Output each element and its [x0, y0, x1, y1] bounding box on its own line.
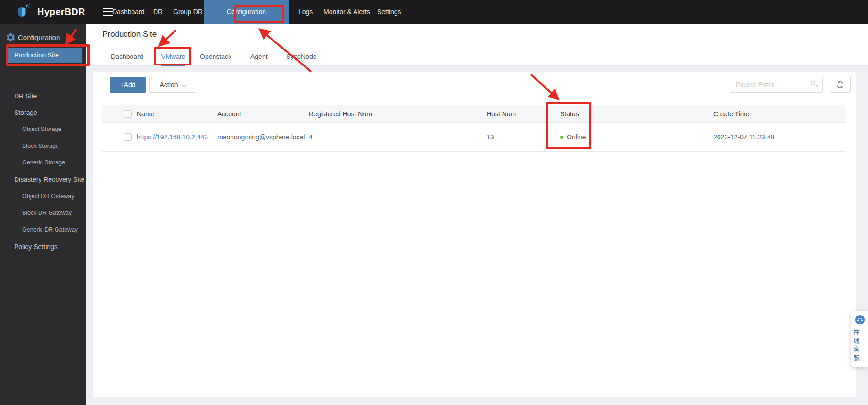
sidebar-item-production-site[interactable]: Production Site — [6, 48, 82, 63]
action-dropdown-button[interactable]: Action — [149, 77, 195, 93]
search-icon[interactable] — [810, 81, 818, 88]
customer-service-label: 在线客服 — [851, 329, 860, 363]
sidebar-item-dr-site[interactable]: DR Site — [14, 91, 37, 101]
sidebar-item-generic-dr-gateway[interactable]: Generic DR Gateway — [22, 225, 78, 235]
online-customer-service-widget[interactable]: 在线客服 — [851, 311, 868, 367]
tab-vmware[interactable]: VMware — [161, 49, 185, 66]
sidebar-item-disastery-recovery-site[interactable]: Disastery Recovery Site — [14, 175, 84, 184]
sidebar: Configuration Production Site DR Site St… — [0, 24, 86, 405]
top-navbar: HyperBDR Dashboard DR Group DR Configura… — [0, 0, 868, 24]
menu-toggle-icon[interactable] — [103, 8, 113, 16]
brand-name: HyperBDR — [37, 7, 85, 17]
row-account: maohongming@vsphere.local — [217, 123, 305, 152]
row-name-link[interactable]: https://192.168.10.2:443 — [137, 133, 208, 141]
nav-dr[interactable]: DR — [153, 0, 163, 24]
col-name: Name — [137, 105, 154, 123]
sidebar-item-policy-settings[interactable]: Policy Settings — [14, 242, 58, 251]
refresh-button[interactable] — [830, 77, 851, 93]
search-box — [730, 77, 823, 93]
sidebar-header: Configuration — [0, 32, 86, 43]
nav-configuration[interactable]: Configuration — [204, 0, 289, 24]
search-input[interactable] — [730, 77, 823, 93]
brand-logo[interactable]: HyperBDR — [16, 4, 85, 20]
select-all-checkbox[interactable] — [124, 110, 132, 118]
sidebar-item-block-dr-gateway[interactable]: Block DR Gateway — [22, 208, 72, 218]
tab-agent[interactable]: Agent — [250, 49, 268, 66]
tab-openstack[interactable]: Openstack — [200, 49, 231, 66]
tab-syncnode[interactable]: SyncNode — [286, 49, 317, 66]
sidebar-item-storage[interactable]: Storage — [14, 108, 37, 117]
content-card: +Add Action Name Account Registered Host… — [93, 72, 856, 397]
row-host-num: 13 — [487, 123, 494, 152]
status-badge: Online — [567, 133, 586, 141]
col-create-time: Create Time — [713, 105, 749, 123]
gear-icon — [6, 32, 16, 42]
nav-group-dr[interactable]: Group DR — [173, 0, 203, 24]
action-label: Action — [160, 81, 178, 89]
sidebar-title: Configuration — [18, 32, 60, 43]
col-account: Account — [217, 105, 241, 123]
nav-logs[interactable]: Logs — [298, 0, 313, 24]
online-status-dot — [560, 136, 563, 139]
sidebar-item-generic-storage[interactable]: Generic Storage — [22, 158, 65, 167]
table-header: Name Account Registered Host Num Host Nu… — [102, 105, 846, 123]
col-status: Status — [560, 105, 579, 123]
row-status: Online — [560, 123, 586, 152]
page-header: Production Site Dashboard VMware Opensta… — [86, 24, 868, 66]
sidebar-item-object-storage[interactable]: Object Storage — [22, 124, 61, 134]
headset-icon — [855, 315, 865, 325]
refresh-icon — [836, 81, 844, 89]
row-create-time: 2023-12-07 11:23:48 — [713, 123, 774, 152]
nav-settings[interactable]: Settings — [377, 0, 401, 24]
shield-logo-icon — [16, 3, 33, 20]
sidebar-item-block-storage[interactable]: Block Storage — [22, 141, 59, 151]
nav-monitor-alerts[interactable]: Monitor & Alerts — [323, 0, 370, 24]
sidebar-item-object-dr-gateway[interactable]: Object DR Gateway — [22, 192, 74, 201]
tab-dashboard[interactable]: Dashboard — [111, 49, 143, 66]
nav-dashboard[interactable]: Dashboard — [112, 0, 145, 24]
add-button[interactable]: +Add — [110, 77, 146, 93]
table-row: https://192.168.10.2:443 maohongming@vsp… — [102, 123, 846, 152]
chevron-down-icon — [182, 82, 187, 87]
row-registered-host-num: 4 — [309, 123, 313, 152]
page-title: Production Site — [102, 30, 157, 39]
col-registered-host-num: Registered Host Num — [309, 105, 372, 123]
row-checkbox[interactable] — [124, 133, 132, 141]
app-root: HyperBDR Dashboard DR Group DR Configura… — [0, 0, 868, 405]
col-host-num: Host Num — [487, 105, 516, 123]
